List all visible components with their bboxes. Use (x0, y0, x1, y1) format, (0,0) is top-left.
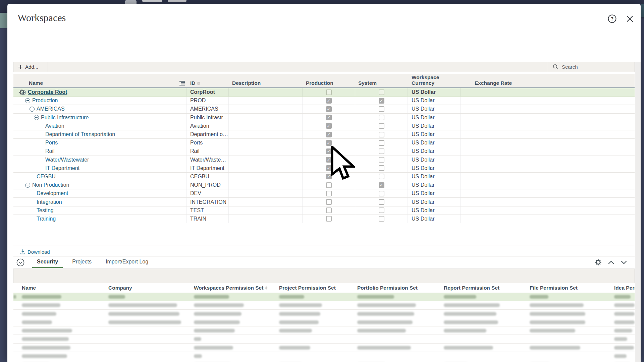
workspace-name-link[interactable]: CEGBU (37, 174, 56, 180)
system-checkbox[interactable] (379, 123, 384, 129)
workspace-row[interactable]: Non ProductionNON_PROD✓US Dollar (13, 181, 635, 189)
workspace-name-link[interactable]: AMERICAS (37, 106, 65, 112)
workspace-name-link[interactable]: Integration (37, 199, 62, 205)
workspace-name-link[interactable]: IT Department (45, 165, 79, 171)
add-button[interactable]: Add... (14, 62, 48, 72)
help-icon[interactable]: ? (607, 14, 617, 23)
column-header-system[interactable]: System (355, 74, 408, 87)
tab-security[interactable]: Security (32, 256, 63, 268)
production-checkbox[interactable]: ✓ (326, 140, 332, 146)
tab-import-export-log[interactable]: Import/Export Log (101, 256, 153, 268)
security-row-redacted[interactable] (13, 360, 635, 362)
collapse-toggle-icon[interactable] (30, 107, 35, 112)
security-column-header-file-permission-set[interactable]: File Permission Set (530, 285, 578, 291)
system-checkbox[interactable] (379, 165, 384, 171)
workspace-name-link[interactable]: Testing (37, 207, 54, 214)
security-column-header-portfolio-permission-set[interactable]: Portfolio Permission Set (357, 285, 418, 291)
collapse-panel-icon[interactable] (16, 258, 25, 267)
system-checkbox[interactable] (379, 140, 384, 146)
workspace-row[interactable]: IntegrationINTEGRATIONUS Dollar (13, 198, 635, 206)
production-checkbox[interactable]: ✓ (326, 165, 332, 171)
workspace-row[interactable]: DevelopmentDEVUS Dollar (13, 189, 635, 198)
system-checkbox[interactable] (379, 157, 384, 163)
security-row-redacted[interactable] (13, 344, 635, 352)
production-checkbox[interactable]: ✓ (326, 106, 332, 112)
workspace-name-link[interactable]: Development (37, 190, 68, 196)
production-checkbox[interactable] (326, 89, 332, 95)
column-header-production[interactable]: Production (303, 74, 355, 87)
production-checkbox[interactable] (326, 191, 332, 196)
system-checkbox[interactable] (379, 115, 384, 120)
hierarchy-view-icon[interactable] (179, 80, 185, 85)
production-checkbox[interactable]: ✓ (326, 148, 332, 154)
workspace-row[interactable]: TrainingTRAINUS Dollar (13, 215, 635, 223)
workspace-name-link[interactable]: Aviation (45, 123, 64, 129)
settings-gear-icon[interactable] (595, 259, 602, 266)
production-checkbox[interactable]: ✓ (326, 174, 332, 179)
workspace-name-link[interactable]: Department of Transportation (45, 131, 115, 137)
production-checkbox[interactable]: ✓ (326, 132, 332, 137)
workspace-row[interactable]: CEGBUCEGBU✓US Dollar (13, 173, 635, 181)
security-row-redacted[interactable] (13, 352, 635, 360)
system-checkbox[interactable]: ✓ (379, 182, 384, 188)
workspace-row[interactable]: TestingTESTUS Dollar (13, 206, 635, 215)
scrollbar-track[interactable] (635, 62, 641, 362)
workspace-name-link[interactable]: Production (32, 98, 58, 104)
system-checkbox[interactable]: ✓ (379, 98, 384, 104)
security-row-redacted[interactable] (13, 335, 635, 343)
system-checkbox[interactable] (379, 106, 384, 112)
workspace-row[interactable]: Public InfrastructurePublic Infrastr…✓US… (13, 114, 635, 122)
workspace-row[interactable]: ProductionPROD✓✓US Dollar (13, 97, 635, 105)
collapse-toggle-icon[interactable] (34, 115, 39, 120)
column-header-description[interactable]: Description (229, 74, 303, 87)
system-checkbox[interactable] (379, 207, 384, 213)
system-checkbox[interactable] (379, 199, 384, 205)
chevron-up-icon[interactable] (608, 260, 614, 265)
chevron-down-icon[interactable] (621, 260, 627, 265)
column-header-id[interactable]: ID (187, 74, 229, 87)
security-column-header-report-permission-set[interactable]: Report Permission Set (444, 285, 499, 291)
system-checkbox[interactable] (379, 132, 384, 137)
workspace-row[interactable]: RailRail✓US Dollar (13, 147, 635, 156)
workspace-name-link[interactable]: Rail (45, 148, 55, 154)
system-checkbox[interactable] (379, 148, 384, 154)
production-checkbox[interactable]: ✓ (326, 157, 332, 163)
download-link[interactable]: Download (20, 248, 50, 256)
production-checkbox[interactable] (326, 207, 332, 213)
collapse-toggle-icon[interactable] (25, 183, 30, 188)
column-header-workspace-currency[interactable]: Workspace Currency (408, 74, 461, 87)
system-checkbox[interactable] (379, 89, 384, 95)
security-column-header-project-permission-set[interactable]: Project Permission Set (279, 285, 336, 291)
workspace-name-link[interactable]: Ports (45, 140, 58, 146)
close-icon[interactable] (625, 14, 635, 23)
workspace-row[interactable]: PortsPorts✓US Dollar (13, 139, 635, 147)
security-column-header-workspaces-permission-set[interactable]: Workspaces Permission Set (194, 285, 268, 291)
security-row-redacted[interactable] (13, 293, 635, 301)
workspace-row[interactable]: Department of TransportationDepartment o… (13, 130, 635, 139)
workspace-row[interactable]: IT DepartmentIT Department✓US Dollar (13, 164, 635, 173)
collapse-toggle-icon[interactable] (25, 98, 30, 103)
workspace-name-link[interactable]: Water/Wastewater (45, 157, 89, 163)
column-header-exchange-rate[interactable]: Exchange Rate (461, 74, 635, 87)
column-header-name[interactable]: Name (13, 74, 187, 87)
production-checkbox[interactable]: ✓ (326, 115, 332, 120)
security-row-redacted[interactable] (13, 318, 635, 326)
security-column-header-company[interactable]: Company (108, 285, 132, 291)
workspace-name-link[interactable]: Non Production (32, 182, 69, 188)
workspace-name-link[interactable]: Public Infrastructure (41, 115, 89, 121)
security-row-redacted[interactable] (13, 326, 635, 335)
system-checkbox[interactable] (379, 216, 384, 222)
collapse-toggle-icon[interactable] (21, 90, 26, 95)
security-row-redacted[interactable] (13, 310, 635, 318)
search-input[interactable]: Search (548, 62, 634, 72)
workspace-name-link[interactable]: Corporate Root (28, 89, 67, 95)
production-checkbox[interactable] (326, 199, 332, 205)
tab-projects[interactable]: Projects (67, 256, 96, 268)
security-column-header-name[interactable]: Name (22, 285, 36, 291)
workspace-row[interactable]: Water/WastewaterWater/Waste…✓US Dollar (13, 156, 635, 164)
workspace-name-link[interactable]: Training (37, 216, 56, 222)
security-row-redacted[interactable] (13, 301, 635, 309)
production-checkbox[interactable] (326, 182, 332, 188)
production-checkbox[interactable] (326, 216, 332, 222)
system-checkbox[interactable] (379, 191, 384, 196)
